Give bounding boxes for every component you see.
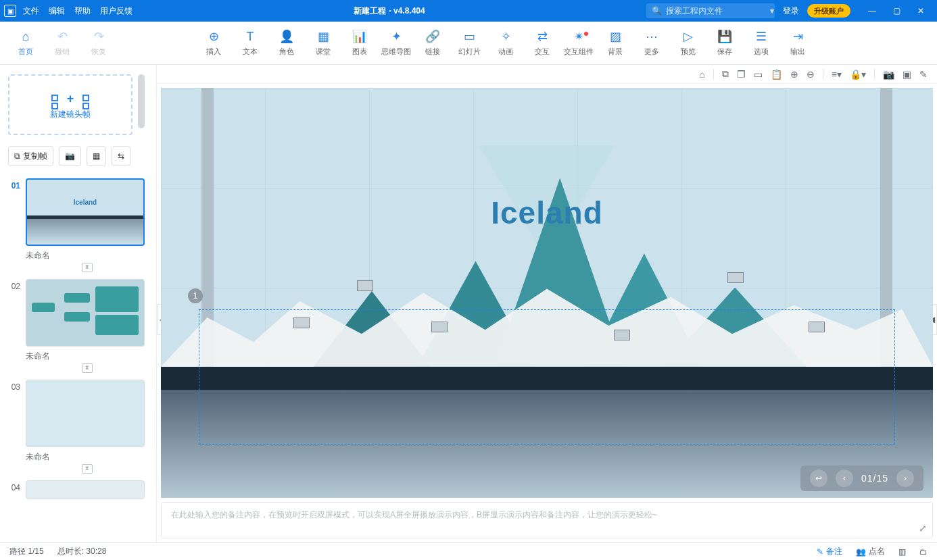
role-button[interactable]: 👤角色 — [270, 29, 303, 57]
remark-button[interactable]: ✎备注 — [817, 546, 842, 557]
maximize-button[interactable]: ▢ — [884, 0, 909, 22]
slide-button[interactable]: ▭幻灯片 — [453, 29, 485, 57]
menu-feedback[interactable]: 用户反馈 — [100, 5, 133, 17]
interact-icon: ⇄ — [535, 29, 550, 44]
layers-button[interactable]: ▥ — [898, 547, 906, 557]
link-button[interactable]: 🔗链接 — [416, 29, 449, 57]
horizon-band — [161, 367, 933, 390]
canvas[interactable]: Iceland 1 ↩ ‹ 01/15 › — [161, 88, 933, 498]
timer-icon: ⧗ — [82, 363, 93, 373]
slide-number: 04 — [8, 480, 20, 499]
mindmap-icon: ✦ — [389, 29, 404, 44]
zoom-out-icon[interactable]: ⊖ — [807, 69, 815, 80]
chart-button[interactable]: 📊图表 — [343, 29, 376, 57]
frame-handle[interactable] — [727, 272, 744, 283]
slide-title: 未命名 — [26, 451, 148, 463]
layout-icon[interactable]: ▣ — [903, 69, 911, 80]
nav-back-button[interactable]: ↩ — [810, 469, 827, 487]
paste-icon[interactable]: 📋 — [771, 69, 782, 80]
animation-icon: ✧ — [498, 29, 513, 44]
sidebar-scrollbar[interactable] — [138, 74, 145, 128]
timer-icon: ⧗ — [82, 464, 93, 474]
rollcall-button[interactable]: 👥点名 — [856, 546, 885, 557]
copy-icon[interactable]: ⧉ — [722, 68, 729, 80]
nav-next-button[interactable]: › — [896, 469, 914, 487]
copy-frame-label: 复制帧 — [23, 151, 47, 162]
camera-button[interactable]: 📷 — [59, 146, 81, 166]
sliders-icon: ☰ — [754, 29, 769, 44]
chevron-down-icon[interactable]: ▾ — [770, 6, 774, 16]
home-icon: ⌂ — [18, 29, 33, 44]
new-frame-button[interactable]: + 新建镜头帧 — [8, 74, 133, 135]
animation-button[interactable]: ✧动画 — [489, 29, 522, 57]
menu-help[interactable]: 帮助 — [74, 5, 91, 17]
slide-thumbnail-4[interactable]: 04 — [8, 480, 148, 499]
export-icon: ⇥ — [790, 29, 805, 44]
frame-handle[interactable] — [431, 322, 448, 332]
search-box[interactable]: 🔍 ▾ — [646, 3, 775, 18]
folder-button[interactable]: 🗀 — [919, 547, 928, 557]
frame-handle[interactable] — [293, 317, 310, 328]
frame-handle[interactable] — [809, 322, 825, 332]
clipboard-icon[interactable]: ▭ — [754, 69, 763, 80]
copy-frame-button[interactable]: ⧉复制帧 — [8, 146, 53, 166]
slide-icon: ▭ — [462, 29, 477, 44]
widget-icon: ✴ — [571, 29, 586, 44]
slide-thumbnail-3[interactable]: 03 — [8, 380, 148, 447]
export-button[interactable]: ⇥输出 — [782, 29, 814, 57]
expand-icon[interactable]: ⤢ — [919, 523, 927, 534]
notes-input[interactable] — [162, 503, 932, 538]
upgrade-button[interactable]: 升级账户 — [807, 4, 850, 18]
note-icon: ✎ — [817, 547, 823, 557]
snapshot-icon[interactable]: 📷 — [883, 69, 894, 80]
slide-nav-overlay: ↩ ‹ 01/15 › — [800, 465, 923, 491]
options-button[interactable]: ☰选项 — [745, 29, 777, 57]
frame-handle[interactable] — [357, 280, 373, 291]
more-button[interactable]: ⋯更多 — [635, 29, 668, 57]
duplicate-icon[interactable]: ❐ — [737, 69, 746, 80]
zoom-in-icon[interactable]: ⊕ — [790, 69, 798, 80]
canvas-title[interactable]: Iceland — [491, 195, 603, 231]
save-button[interactable]: 💾保存 — [708, 29, 741, 57]
slide-thumbnail-2[interactable]: 02 — [8, 279, 148, 347]
align-icon[interactable]: ≡▾ — [832, 69, 842, 80]
slide-index-badge: 1 — [188, 288, 203, 303]
status-path: 路径 1/15 — [9, 546, 44, 557]
slide-number: 01 — [8, 178, 20, 246]
login-link[interactable]: 登录 — [783, 5, 799, 17]
menu-file[interactable]: 文件 — [23, 5, 39, 17]
lock-icon[interactable]: 🔒▾ — [850, 69, 866, 80]
mindmap-button[interactable]: ✦思维导图 — [380, 29, 412, 57]
minimize-button[interactable]: — — [860, 0, 884, 22]
plus-circle-icon: ⊕ — [206, 29, 221, 44]
class-button[interactable]: ▦课堂 — [307, 29, 339, 57]
redo-button[interactable]: ↷恢复 — [82, 29, 115, 57]
flow-icon: ⇆ — [118, 151, 124, 161]
board-icon: ▦ — [316, 29, 331, 44]
menu-edit[interactable]: 编辑 — [49, 5, 65, 17]
search-input[interactable] — [666, 6, 767, 16]
home-small-icon[interactable]: ⌂ — [699, 69, 704, 80]
edit-icon[interactable]: ✎ — [919, 69, 928, 80]
background-button[interactable]: ▨背景 — [599, 29, 631, 57]
insert-button[interactable]: ⊕插入 — [197, 29, 230, 57]
text-button[interactable]: T文本 — [234, 29, 266, 57]
undo-button[interactable]: ↶撤销 — [46, 29, 78, 57]
window-title: 新建工程 - v4.8.404 — [133, 5, 646, 17]
interact-button[interactable]: ⇄交互 — [526, 29, 558, 57]
chart-icon: 📊 — [352, 29, 367, 44]
timer-icon: ⧗ — [82, 263, 93, 272]
qr-button[interactable]: ▦ — [87, 146, 106, 166]
qr-icon: ▦ — [93, 151, 100, 161]
home-button[interactable]: ⌂首页 — [9, 29, 42, 57]
close-button[interactable]: ✕ — [909, 0, 933, 22]
person-icon: 👤 — [279, 29, 294, 44]
widget-button[interactable]: ✴交互组件 — [562, 29, 595, 57]
preview-button[interactable]: ▷预览 — [672, 29, 704, 57]
nav-prev-button[interactable]: ‹ — [836, 469, 853, 487]
flow-button[interactable]: ⇆ — [112, 146, 130, 166]
frame-handle[interactable] — [614, 330, 630, 340]
slide-number: 02 — [8, 279, 20, 347]
slide-thumbnail-1[interactable]: 01 Iceland — [8, 178, 148, 246]
search-icon: 🔍 — [652, 6, 662, 16]
